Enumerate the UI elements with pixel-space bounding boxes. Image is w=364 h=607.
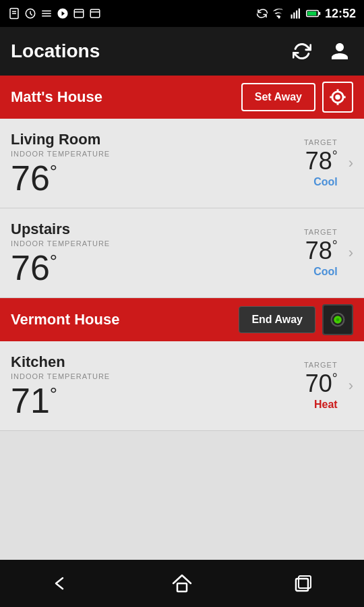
target-group-upstairs: TARGET 78° Cool bbox=[304, 228, 338, 278]
set-away-button-matts-house[interactable]: Set Away bbox=[241, 83, 315, 111]
target-temp-kitchen: 70° bbox=[304, 372, 338, 396]
svg-rect-4 bbox=[74, 9, 84, 18]
thermostat-right-living-room: TARGET 78° Cool › bbox=[304, 138, 353, 188]
notif-icon-1 bbox=[8, 7, 20, 20]
indoor-label-upstairs: INDOOR TEMPERATURE bbox=[11, 239, 110, 248]
thermostat-row-kitchen[interactable]: Kitchen INDOOR TEMPERATURE 71° TARGET 70… bbox=[0, 341, 364, 431]
mode-living-room: Cool bbox=[304, 176, 338, 188]
status-bar-icons bbox=[8, 7, 101, 20]
location-name-vermont-house: Vermont House bbox=[11, 311, 119, 328]
indoor-temp-kitchen: 71° bbox=[11, 383, 110, 418]
end-away-button-vermont-house[interactable]: End Away bbox=[239, 306, 315, 333]
thermostat-right-kitchen: TARGET 70° Heat › bbox=[304, 361, 353, 411]
target-temp-living-room: 78° bbox=[304, 149, 338, 173]
home-button[interactable] bbox=[162, 563, 202, 604]
svg-point-14 bbox=[336, 96, 340, 99]
chevron-icon-kitchen: › bbox=[348, 377, 353, 395]
wifi-icon bbox=[272, 7, 286, 20]
back-button[interactable] bbox=[40, 563, 81, 604]
target-label-living-room: TARGET bbox=[304, 138, 338, 146]
svg-rect-7 bbox=[293, 13, 295, 19]
mode-kitchen: Heat bbox=[304, 399, 338, 411]
app-bar: Locations bbox=[0, 27, 364, 76]
location-target-icon-vermont-house[interactable] bbox=[322, 304, 353, 335]
location-target-icon-matts-house[interactable] bbox=[322, 82, 353, 113]
svg-rect-6 bbox=[291, 15, 292, 19]
recents-button[interactable] bbox=[283, 563, 324, 604]
notif-icon-5 bbox=[73, 7, 85, 20]
battery-icon bbox=[306, 9, 321, 18]
svg-rect-8 bbox=[296, 11, 297, 19]
content-fill bbox=[0, 431, 364, 560]
refresh-button[interactable] bbox=[289, 38, 315, 65]
rotate-icon bbox=[256, 7, 268, 20]
user-button[interactable] bbox=[326, 38, 353, 65]
target-temp-upstairs: 78° bbox=[304, 239, 338, 263]
indoor-label-living-room: INDOOR TEMPERATURE bbox=[11, 150, 110, 158]
status-bar: 12:52 bbox=[0, 0, 364, 27]
bottom-nav bbox=[0, 560, 364, 607]
thermostat-row-living-room[interactable]: Living Room INDOOR TEMPERATURE 76° TARGE… bbox=[0, 119, 364, 208]
svg-rect-9 bbox=[299, 9, 300, 19]
notif-icon-3 bbox=[40, 7, 53, 20]
status-bar-right: 12:52 bbox=[256, 7, 356, 21]
location-header-matts-house: Matt's House Set Away bbox=[0, 76, 364, 119]
indoor-temp-upstairs: 76° bbox=[11, 250, 110, 285]
svg-rect-11 bbox=[307, 11, 316, 16]
room-name-kitchen: Kitchen bbox=[11, 353, 110, 371]
svg-point-21 bbox=[336, 318, 340, 322]
target-group-living-room: TARGET 78° Cool bbox=[304, 138, 338, 188]
target-label-kitchen: TARGET bbox=[304, 361, 338, 369]
svg-rect-24 bbox=[299, 576, 311, 588]
mode-upstairs: Cool bbox=[304, 266, 338, 278]
svg-rect-12 bbox=[319, 12, 320, 15]
svg-rect-5 bbox=[90, 9, 100, 18]
indoor-label-kitchen: INDOOR TEMPERATURE bbox=[11, 372, 110, 380]
time: 12:52 bbox=[325, 7, 356, 21]
location-actions-vermont-house: End Away bbox=[239, 304, 353, 335]
indoor-temp-living-room: 76° bbox=[11, 161, 110, 196]
notif-icon-2 bbox=[24, 7, 36, 20]
thermostat-left-kitchen: Kitchen INDOOR TEMPERATURE 71° bbox=[11, 353, 110, 418]
app-bar-actions bbox=[289, 38, 353, 65]
chevron-icon-living-room: › bbox=[348, 154, 353, 172]
thermostat-right-upstairs: TARGET 78° Cool › bbox=[304, 228, 353, 278]
location-header-vermont-house: Vermont House End Away bbox=[0, 298, 364, 341]
room-name-upstairs: Upstairs bbox=[11, 221, 110, 238]
target-group-kitchen: TARGET 70° Heat bbox=[304, 361, 338, 411]
svg-rect-22 bbox=[177, 583, 187, 591]
svg-rect-23 bbox=[296, 579, 308, 591]
room-name-living-room: Living Room bbox=[11, 131, 110, 148]
chevron-icon-upstairs: › bbox=[348, 244, 353, 262]
notif-icon-6 bbox=[89, 7, 101, 20]
page-title: Locations bbox=[11, 40, 100, 62]
thermostat-left-upstairs: Upstairs INDOOR TEMPERATURE 76° bbox=[11, 221, 110, 285]
signal-icon bbox=[290, 7, 302, 20]
thermostat-row-upstairs[interactable]: Upstairs INDOOR TEMPERATURE 76° TARGET 7… bbox=[0, 208, 364, 298]
notif-icon-4 bbox=[57, 7, 69, 20]
locations-content: Matt's House Set Away Living Room INDOOR… bbox=[0, 76, 364, 560]
target-label-upstairs: TARGET bbox=[304, 228, 338, 236]
thermostat-left-living-room: Living Room INDOOR TEMPERATURE 76° bbox=[11, 131, 110, 196]
location-name-matts-house: Matt's House bbox=[11, 88, 102, 106]
location-actions-matts-house: Set Away bbox=[241, 82, 353, 113]
